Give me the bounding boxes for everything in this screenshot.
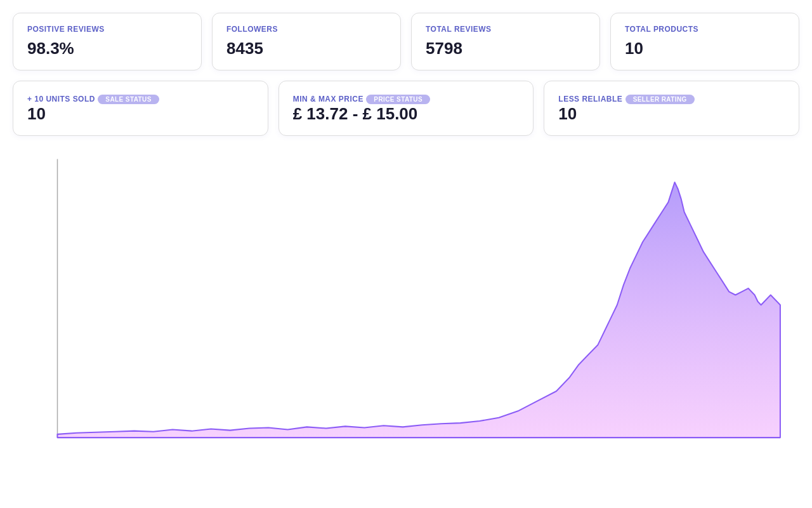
stat-value-positive-reviews: 98.3%	[27, 39, 187, 58]
stat-label-total-products: TOTAL PRODUCTS	[625, 25, 785, 34]
stats-row-1: POSITIVE REVIEWS 98.3% FOLLOWERS 8435 TO…	[13, 13, 799, 70]
units-sold-label-group: + 10 UNITS SOLD SALE STATUS	[27, 93, 254, 104]
stat-value-min-max-price: £ 13.72 - £ 15.00	[293, 104, 520, 124]
stat-card-units-sold: + 10 UNITS SOLD SALE STATUS 10	[13, 81, 268, 136]
stat-label-followers: FOLLOWERS	[226, 25, 386, 34]
stat-card-total-reviews: TOTAL REVIEWS 5798	[411, 13, 600, 70]
stat-label-min-max-price: MIN & MAX PRICE	[293, 95, 363, 104]
badge-sale-status: SALE STATUS	[98, 95, 159, 104]
stat-card-followers: FOLLOWERS 8435	[212, 13, 401, 70]
stat-card-min-max-price: MIN & MAX PRICE PRICE STATUS £ 13.72 - £…	[278, 81, 534, 136]
badge-price-status: PRICE STATUS	[366, 95, 430, 104]
stat-label-units-sold: + 10 UNITS SOLD	[27, 95, 95, 104]
stat-label-seller-rating: LESS RELIABLE	[558, 95, 622, 104]
min-max-price-label-group: MIN & MAX PRICE PRICE STATUS	[293, 93, 520, 104]
seller-rating-label-group: LESS RELIABLE SELLER RATING	[558, 93, 785, 104]
stat-card-total-products: TOTAL PRODUCTS 10	[610, 13, 799, 70]
stat-label-positive-reviews: POSITIVE REVIEWS	[27, 25, 187, 34]
badge-seller-rating: SELLER RATING	[625, 95, 695, 104]
stat-value-total-products: 10	[625, 39, 785, 58]
stat-label-total-reviews: TOTAL REVIEWS	[426, 25, 586, 34]
stat-card-positive-reviews: POSITIVE REVIEWS 98.3%	[13, 13, 202, 70]
stats-row-2: + 10 UNITS SOLD SALE STATUS 10 MIN & MAX…	[13, 81, 799, 136]
stat-value-seller-rating: 10	[558, 104, 785, 124]
stat-card-seller-rating: LESS RELIABLE SELLER RATING 10	[544, 81, 799, 136]
sales-chart-svg	[19, 152, 787, 451]
sales-chart-container	[13, 146, 799, 451]
stat-value-units-sold: 10	[27, 104, 254, 124]
stat-value-total-reviews: 5798	[426, 39, 586, 58]
stat-value-followers: 8435	[226, 39, 386, 58]
